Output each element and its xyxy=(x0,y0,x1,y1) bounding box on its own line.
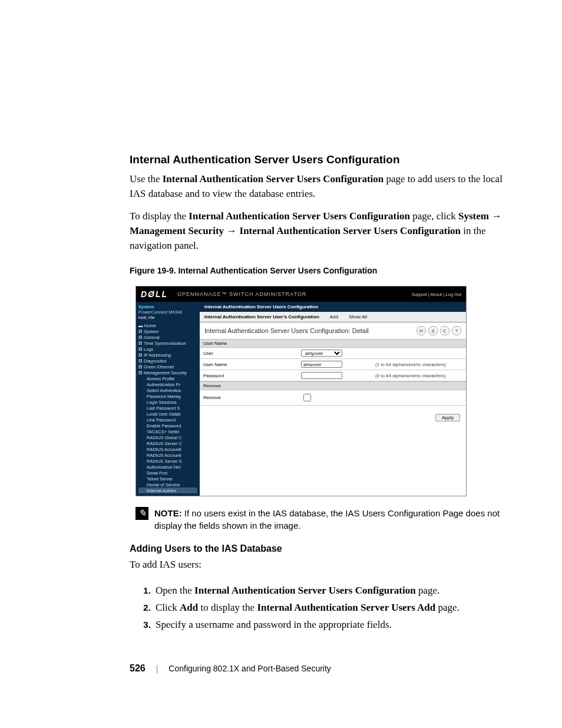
nav-system: System xyxy=(458,210,489,222)
tree-subitem[interactable]: Last Password S xyxy=(138,405,197,411)
top-links[interactable]: Support | About | Log Out xyxy=(412,292,461,297)
tree-item[interactable]: Diagnostics xyxy=(138,358,197,364)
help-icon[interactable]: ? xyxy=(452,326,461,335)
tree-subitem[interactable]: RADIUS Accounti xyxy=(138,446,197,452)
refresh-icon[interactable]: C xyxy=(440,326,449,335)
step-2: Click Add to display the Internal Authen… xyxy=(153,599,509,617)
user-select[interactable]: amyover xyxy=(301,350,342,357)
paragraph-1: Use the Internal Authentication Server U… xyxy=(130,172,509,201)
tree-subitem[interactable]: Line Password xyxy=(138,417,197,423)
tree-item[interactable]: General xyxy=(138,334,197,340)
username-hint: (1 to 64 alphanumeric characters) xyxy=(375,362,446,367)
footer-separator: | xyxy=(156,664,158,673)
tree-subitem-active[interactable]: Internal Authen xyxy=(138,487,197,493)
note-block: ✎ NOTE: If no users exist in the IAS dat… xyxy=(135,507,509,532)
detail-heading: Internal Authentication Server Users Con… xyxy=(204,327,369,334)
tree-subitem[interactable]: TACACS+ Settin xyxy=(138,429,197,434)
tree-subitem[interactable]: Enable Password xyxy=(138,423,197,429)
p1-pre: Use the xyxy=(130,173,163,185)
note-label: NOTE: xyxy=(154,508,182,518)
username-input[interactable] xyxy=(301,361,342,368)
lead-in: To add IAS users: xyxy=(130,558,509,572)
nav-mgmt: Management Security xyxy=(130,225,224,236)
app-topbar: DØLL OPENMANAGE™ SWITCH ADMINISTRATOR Su… xyxy=(136,286,466,302)
dell-logo: DØLL xyxy=(141,289,168,299)
label-username: User Name xyxy=(203,362,297,367)
save-icon[interactable]: H xyxy=(416,326,426,335)
tree-subitem[interactable]: Login Sessions xyxy=(138,399,197,405)
p2-bold: Internal Authentication Server Users Con… xyxy=(189,210,410,222)
tree-subitem[interactable]: Serial Port xyxy=(138,470,197,476)
p2-pre: To display the xyxy=(130,210,189,222)
p2-mid: page, click xyxy=(410,210,458,222)
tree-system[interactable]: System xyxy=(138,328,197,334)
remove-checkbox[interactable] xyxy=(303,394,311,401)
tree-subitem[interactable]: Telnet Server xyxy=(138,476,197,482)
paragraph-2: To display the Internal Authentication S… xyxy=(130,209,509,253)
figure-caption: Figure 19-9. Internal Authentication Ser… xyxy=(130,266,509,275)
step1-post: page. xyxy=(416,585,440,596)
label-remove: Remove xyxy=(203,395,297,400)
tree-item[interactable]: Management Security xyxy=(138,370,197,375)
password-input[interactable] xyxy=(301,372,342,379)
tab-main[interactable]: Internal Authentication Server User's Co… xyxy=(204,314,319,319)
tree-subitem[interactable]: Authentication Pr xyxy=(138,381,197,387)
tree-subitem[interactable]: RADIUS Global C xyxy=(138,434,197,440)
tab-bar: Internal Authentication Server User's Co… xyxy=(200,312,466,322)
step2-b1: Add xyxy=(180,602,198,613)
tree-subitem[interactable]: Password Manag xyxy=(138,393,197,399)
print-icon[interactable]: ⎙ xyxy=(428,326,438,335)
password-hint: (0 to 64 alphanumeric characters) xyxy=(375,373,446,378)
arrow-icon: → xyxy=(489,210,502,222)
apply-button[interactable]: Apply xyxy=(435,414,460,421)
tree-item[interactable]: IP Addressing xyxy=(138,352,197,358)
note-text: If no users exist in the IAS database, t… xyxy=(154,508,500,531)
tab-showall[interactable]: Show All xyxy=(349,314,367,319)
tree-home[interactable]: ▬ Home xyxy=(138,322,197,328)
tree-subitem[interactable]: Select Authentica xyxy=(138,387,197,393)
sidebar-user: root, r/w xyxy=(138,315,197,320)
sidebar-head: System xyxy=(138,304,197,309)
tree-subitem[interactable]: Authorization Net xyxy=(138,464,197,470)
app-brand: OPENMANAGE™ SWITCH ADMINISTRATOR xyxy=(177,291,412,297)
sidebar-device: PowerConnect M6348 xyxy=(138,309,197,315)
breadcrumb: Internal Authentication Server Users Con… xyxy=(200,302,466,312)
section-username: User Name xyxy=(200,339,466,348)
step2-mid: to display the xyxy=(198,602,257,613)
tree-subitem[interactable]: RADIUS Server S xyxy=(138,458,197,464)
step1-pre: Open the xyxy=(156,585,194,596)
step2-b2: Internal Authentication Server Users Add xyxy=(257,602,435,613)
nav-sidebar[interactable]: System PowerConnect M6348 root, r/w ▬ Ho… xyxy=(136,302,200,496)
content-pane: Internal Authentication Server Users Con… xyxy=(200,302,466,496)
tree-subitem[interactable]: Access Profile xyxy=(138,375,197,381)
label-password: Password xyxy=(203,373,297,378)
tab-add[interactable]: Add xyxy=(330,314,338,319)
tree-subitem[interactable]: RADIUS Accounti xyxy=(138,452,197,458)
tree-item[interactable]: Time Synchronization xyxy=(138,340,197,346)
label-user: User xyxy=(203,351,297,356)
tree-subitem[interactable]: Local User Datab xyxy=(138,411,197,417)
section-remove: Remove xyxy=(200,381,466,390)
tree-item[interactable]: Logs xyxy=(138,346,197,352)
tree-subitem[interactable]: Denial of Service xyxy=(138,482,197,487)
steps-list: Open the Internal Authentication Server … xyxy=(141,582,509,634)
note-icon: ✎ xyxy=(135,507,148,520)
tree-item[interactable]: Green Ethernet xyxy=(138,364,197,370)
screenshot-figure: DØLL OPENMANAGE™ SWITCH ADMINISTRATOR Su… xyxy=(135,286,467,496)
step-3: Specify a username and password in the a… xyxy=(153,617,509,634)
arrow-icon: → xyxy=(224,225,239,236)
page-number: 526 xyxy=(130,663,146,674)
p1-bold: Internal Authentication Server Users Con… xyxy=(163,173,384,185)
footer-title: Configuring 802.1X and Port-Based Securi… xyxy=(168,664,331,673)
section-heading: Internal Authentication Server Users Con… xyxy=(130,153,509,166)
page-footer: 526 | Configuring 802.1X and Port-Based … xyxy=(130,663,509,674)
step2-pre: Click xyxy=(156,602,180,613)
tree-home-label: Home xyxy=(144,323,156,328)
step1-bold: Internal Authentication Server Users Con… xyxy=(194,585,416,596)
sub-heading: Adding Users to the IAS Database xyxy=(130,543,509,554)
nav-ias: Internal Authentication Server Users Con… xyxy=(240,225,461,236)
tree-subitem[interactable]: RADIUS Server C xyxy=(138,440,197,446)
step2-post: page. xyxy=(435,602,459,613)
step-1: Open the Internal Authentication Server … xyxy=(153,582,509,599)
